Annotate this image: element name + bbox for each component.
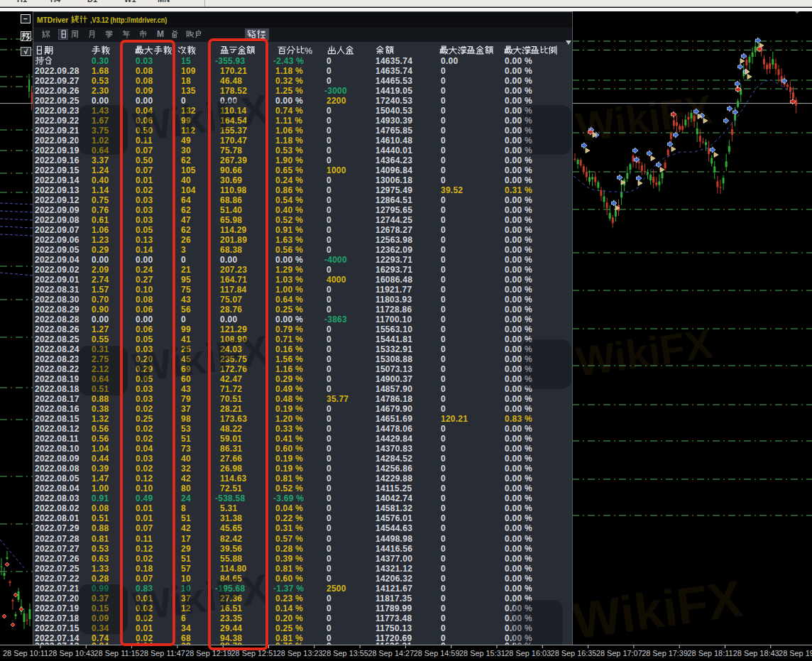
svg-text:28 Sep 14:59: 28 Sep 14:59 (414, 649, 460, 657)
svg-text:%: % (304, 46, 312, 56)
svg-text:28 Sep 15:31: 28 Sep 15:31 (459, 649, 505, 657)
svg-text:28 Sep 10:43: 28 Sep 10:43 (48, 649, 94, 657)
svg-text:28 Sep 18:11: 28 Sep 18:11 (688, 649, 733, 657)
svg-text:28 Sep 18:43: 28 Sep 18:43 (733, 649, 779, 657)
svg-text:WikiFX: WikiFX (574, 320, 715, 385)
svg-text:WikiFX: WikiFX (569, 569, 745, 650)
svg-text:28 Sep 19:15: 28 Sep 19:15 (779, 649, 812, 657)
svg-text:28 Sep 11:47: 28 Sep 11:47 (140, 649, 185, 657)
svg-text:28 Sep 11:15: 28 Sep 11:15 (94, 649, 140, 657)
svg-text:28 Sep 10:11: 28 Sep 10:11 (3, 649, 48, 657)
svg-text:28 Sep 16:35: 28 Sep 16:35 (551, 649, 597, 657)
svg-text:28 Sep 13:23: 28 Sep 13:23 (277, 649, 323, 657)
svg-text:28 Sep 16:03: 28 Sep 16:03 (505, 649, 551, 657)
svg-text:28 Sep 17:39: 28 Sep 17:39 (642, 649, 688, 657)
svg-text:28 Sep 17:07: 28 Sep 17:07 (596, 649, 642, 657)
svg-text:WikiFX: WikiFX (574, 86, 715, 151)
svg-text:28 Sep 14:27: 28 Sep 14:27 (368, 649, 414, 657)
svg-text:28 Sep 13:55: 28 Sep 13:55 (322, 649, 368, 657)
